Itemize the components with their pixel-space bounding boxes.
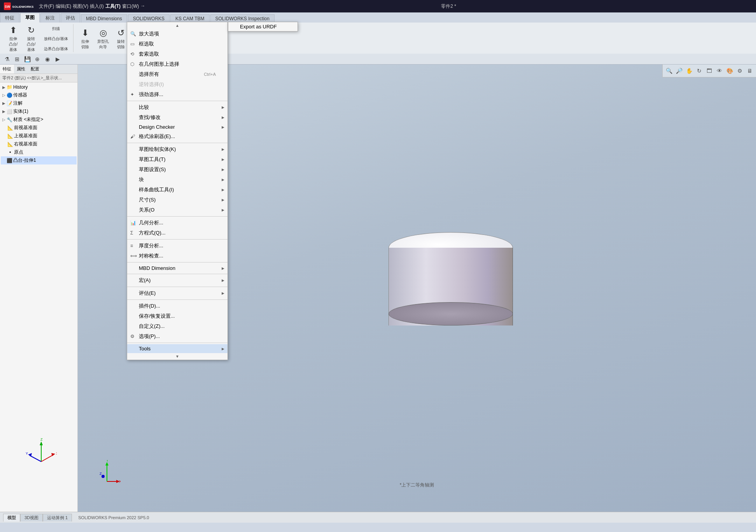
menu-lasso-select[interactable]: ⟲ 套索选取 <box>127 49 228 59</box>
menu-compare[interactable]: 比较 <box>127 102 228 112</box>
menu-thickness[interactable]: ≡ 厚度分析... <box>127 241 228 251</box>
menu-symmetry[interactable]: ⟺ 对称检查... <box>127 251 228 261</box>
select-all-shortcut: Ctrl+A <box>204 72 224 77</box>
menu-save-restore[interactable]: 保存/恢复设置... <box>127 311 228 321</box>
menu-relations[interactable]: 关系(O <box>127 205 228 215</box>
menu-spline-tools[interactable]: 样条曲线工具(I) <box>127 185 228 195</box>
menu-addins[interactable]: 插件(D)... <box>127 301 228 311</box>
menu-evaluate[interactable]: 评估(E) <box>127 288 228 298</box>
sep5 <box>127 262 228 262</box>
box-select-icon: ▭ <box>130 41 135 47</box>
menu-dimensions[interactable]: 尺寸(S) <box>127 195 228 205</box>
thickness-icon: ≡ <box>130 243 133 248</box>
menu-select-geometry[interactable]: ⬡ 在几何图形上选择 <box>127 59 228 69</box>
sep2 <box>127 143 228 143</box>
menu-scroll-up[interactable]: ▲ <box>127 22 228 29</box>
menu-sketch-entity[interactable]: 草图绘制实体(K) <box>127 144 228 154</box>
power-select-icon: ✦ <box>130 92 134 97</box>
format-painter-icon: 🖌 <box>130 134 135 139</box>
menu-options[interactable]: ⚙ 选项(P)... <box>127 331 228 341</box>
sep8 <box>127 299 228 300</box>
sep6 <box>127 274 228 274</box>
sigma-icon: Σ <box>130 230 133 236</box>
menu-scroll-down[interactable]: ▼ <box>127 353 228 360</box>
tools-menu: ▲ 🔍 放大选项 ▭ 框选取 ⟲ 套索选取 ⬡ 在几何图形上选择 选择所有 Ct… <box>127 22 228 360</box>
menu-block[interactable]: 块 <box>127 175 228 185</box>
dropdown-overlay[interactable] <box>0 0 756 532</box>
menu-find-modify[interactable]: 查找/修改 <box>127 112 228 122</box>
menu-format-painter[interactable]: 🖌 格式涂刷器(E)... <box>127 131 228 142</box>
menu-customize[interactable]: 自定义(Z)... <box>127 321 228 331</box>
menu-mbd[interactable]: MBD Dimension <box>127 264 228 273</box>
tools-submenu: Export as URDF <box>228 22 298 32</box>
menu-macro[interactable]: 宏(A) <box>127 275 228 285</box>
lasso-icon: ⟲ <box>130 51 134 57</box>
menu-export-urdf[interactable]: Export as URDF <box>228 22 298 31</box>
menu-box-select[interactable]: ▭ 框选取 <box>127 39 228 49</box>
menu-equations[interactable]: Σ 方程式(Q)... <box>127 228 228 238</box>
menu-power-select[interactable]: ✦ 强劲选择... <box>127 89 228 100</box>
symmetry-icon: ⟺ <box>130 253 137 259</box>
geo-analysis-icon: 📊 <box>130 220 136 226</box>
sep9 <box>127 343 228 343</box>
sep3 <box>127 216 228 217</box>
menu-sketch-tools[interactable]: 草图工具(T) <box>127 154 228 164</box>
options-icon: ⚙ <box>130 334 135 339</box>
menu-design-checker[interactable]: Design Checker <box>127 122 228 131</box>
menu-invert-selection: 逆转选择(I) <box>127 79 228 89</box>
sep7 <box>127 287 228 287</box>
menu-tools[interactable]: Tools <box>127 344 228 353</box>
menu-geometry-analysis[interactable]: 📊 几何分析... <box>127 218 228 228</box>
menu-select-all[interactable]: 选择所有 Ctrl+A <box>127 69 228 79</box>
menu-zoom-selection[interactable]: 🔍 放大选项 <box>127 29 228 39</box>
sep4 <box>127 239 228 240</box>
zoom-icon: 🔍 <box>130 31 136 37</box>
geometry-icon: ⬡ <box>130 61 134 67</box>
sep1 <box>127 101 228 101</box>
menu-sketch-settings[interactable]: 草图设置(S) <box>127 164 228 175</box>
